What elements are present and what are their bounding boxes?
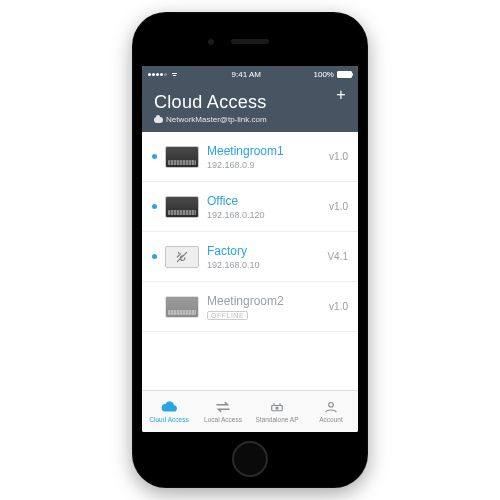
status-bar: 9:41 AM 100%: [142, 66, 358, 82]
device-name: Office: [207, 194, 321, 209]
device-row[interactable]: Meetingroom1 192.168.0.9 v1.0: [142, 132, 358, 182]
svg-point-2: [329, 403, 334, 408]
screen: 9:41 AM 100% + Cloud Access NetworkMaste…: [142, 66, 358, 432]
page-title: Cloud Access: [154, 92, 346, 113]
device-name: Meetingroom1: [207, 144, 321, 159]
home-button[interactable]: [232, 441, 268, 477]
tab-account[interactable]: Account: [304, 391, 358, 432]
device-version: v1.0: [329, 301, 348, 312]
tab-cloud-access[interactable]: Cloud Access: [142, 391, 196, 432]
battery-icon: [337, 71, 352, 78]
phone-camera: [208, 39, 214, 45]
device-ip: 192.168.0.10: [207, 260, 319, 270]
device-thumb-icon: [165, 146, 199, 168]
phone-speaker: [231, 39, 269, 44]
device-version: v1.0: [329, 151, 348, 162]
tab-standalone-ap[interactable]: Standalone AP: [250, 391, 304, 432]
online-dot-icon: [152, 254, 157, 259]
phone-frame: 9:41 AM 100% + Cloud Access NetworkMaste…: [132, 12, 368, 488]
device-row[interactable]: Factory 192.168.0.10 V4.1: [142, 232, 358, 282]
device-list: Meetingroom1 192.168.0.9 v1.0 Office 192…: [142, 132, 358, 390]
tools-icon: [165, 246, 199, 268]
signal-dots-icon: [148, 73, 167, 76]
device-name: Factory: [207, 244, 319, 259]
device-thumb-icon: [165, 296, 199, 318]
device-row[interactable]: Office 192.168.0.120 v1.0: [142, 182, 358, 232]
online-dot-icon: [152, 204, 157, 209]
online-dot-icon: [152, 154, 157, 159]
offline-badge: OFFLINE: [207, 311, 248, 320]
header: + Cloud Access NetworkMaster@tp-link.com: [142, 82, 358, 132]
device-version: v1.0: [329, 201, 348, 212]
device-ip: 192.168.0.9: [207, 160, 321, 170]
device-ip: 192.168.0.120: [207, 210, 321, 220]
ap-icon: [268, 400, 286, 414]
cloud-icon: [154, 117, 163, 123]
tab-local-access[interactable]: Local Access: [196, 391, 250, 432]
user-icon: [322, 400, 340, 414]
device-name: Meetingroom2: [207, 294, 321, 309]
tab-bar: Cloud Access Local Access Standalone AP …: [142, 390, 358, 432]
device-thumb-icon: [165, 196, 199, 218]
device-row[interactable]: Meetingroom2 OFFLINE v1.0: [142, 282, 358, 332]
svg-rect-0: [272, 406, 283, 411]
cloud-icon: [160, 400, 178, 414]
account-email-text: NetworkMaster@tp-link.com: [166, 115, 267, 124]
tab-label: Account: [319, 416, 343, 423]
svg-point-1: [276, 407, 278, 409]
status-time: 9:41 AM: [232, 70, 261, 79]
device-version: V4.1: [327, 251, 348, 262]
battery-percent: 100%: [314, 70, 334, 79]
wifi-icon: [170, 71, 179, 78]
tab-label: Standalone AP: [255, 416, 298, 423]
tab-label: Cloud Access: [149, 416, 188, 423]
account-email: NetworkMaster@tp-link.com: [154, 115, 346, 124]
device-status: OFFLINE: [207, 310, 321, 320]
swap-icon: [214, 400, 232, 414]
tab-label: Local Access: [204, 416, 242, 423]
add-button[interactable]: +: [334, 88, 348, 102]
